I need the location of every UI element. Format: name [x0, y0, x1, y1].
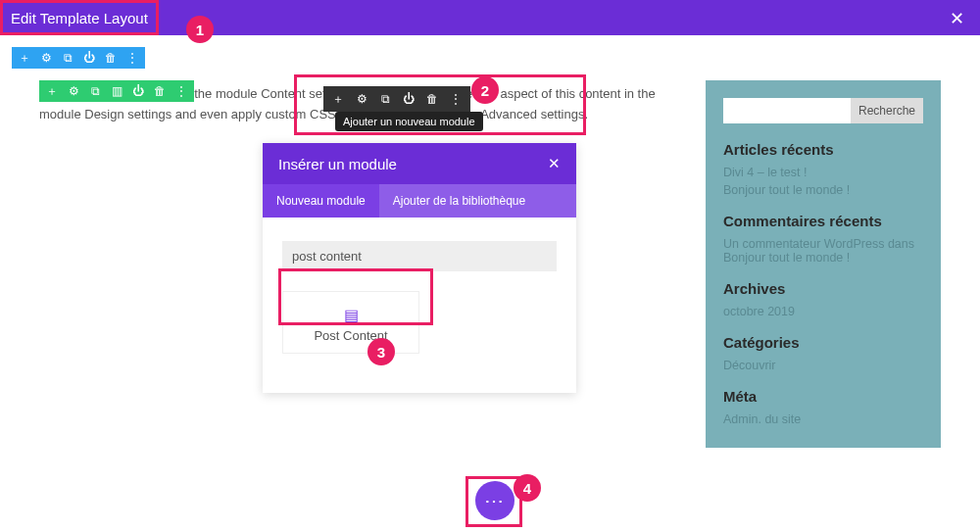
insert-module-modal: Insérer un module ✕ Nouveau module Ajout… — [263, 143, 576, 393]
modal-title: Insérer un module — [278, 156, 397, 172]
modal-header: Insérer un module ✕ — [263, 143, 576, 184]
callout-2: 2 — [471, 76, 499, 104]
columns-icon[interactable]: ▥ — [110, 84, 123, 98]
modal-tabs: Nouveau module Ajouter de la bibliothèqu… — [263, 184, 576, 218]
sidebar: Recherche Articles récents Divi 4 – le t… — [706, 80, 941, 448]
close-icon[interactable]: ✕ — [950, 8, 964, 29]
highlight-header: Edit Template Layout — [0, 0, 159, 35]
power-icon[interactable]: ⏻ — [131, 84, 145, 98]
row-toolbar[interactable]: ＋ ⚙ ⧉ ▥ ⏻ 🗑 ⋮ — [39, 80, 194, 102]
add-icon[interactable]: ＋ — [18, 51, 31, 65]
sidebar-link[interactable]: Admin. du site — [723, 412, 923, 426]
more-icon[interactable]: ⋮ — [125, 51, 139, 65]
meta-heading: Méta — [723, 388, 923, 405]
trash-icon[interactable]: 🗑 — [104, 51, 118, 65]
module-search-input[interactable] — [282, 241, 557, 271]
search-widget: Recherche — [723, 98, 923, 123]
more-icon[interactable]: ⋮ — [174, 84, 188, 98]
sidebar-link[interactable]: Divi 4 – le test ! — [723, 166, 923, 179]
main-column: ＋ ⚙ ⧉ ▥ ⏻ 🗑 ⋮ ＋ ⚙ ⧉ ⏻ 🗑 ⋮ Ajouter un nou… — [39, 80, 676, 448]
callout-3: 3 — [368, 338, 395, 365]
duplicate-icon[interactable]: ⧉ — [88, 84, 102, 98]
tab-new-module[interactable]: Nouveau module — [263, 184, 379, 218]
recent-articles-heading: Articles récents — [723, 141, 923, 158]
gear-icon[interactable]: ⚙ — [67, 84, 80, 98]
sidebar-link[interactable]: Découvrir — [723, 359, 923, 372]
trash-icon[interactable]: 🗑 — [153, 84, 167, 98]
more-icon[interactable]: ⋮ — [449, 92, 463, 106]
sidebar-link[interactable]: octobre 2019 — [723, 305, 923, 318]
highlight-post-content — [278, 268, 433, 325]
gear-icon[interactable]: ⚙ — [39, 51, 53, 65]
header-title: Edit Template Layout — [11, 10, 148, 26]
tab-library[interactable]: Ajouter de la bibliothèque — [379, 184, 539, 218]
archives-heading: Archives — [723, 280, 923, 297]
duplicate-icon[interactable]: ⧉ — [61, 51, 74, 65]
add-icon[interactable]: ＋ — [331, 92, 345, 106]
callout-4: 4 — [514, 474, 541, 502]
search-button[interactable]: Recherche — [851, 98, 923, 123]
tooltip-add-module: Ajouter un nouveau module — [335, 112, 483, 131]
search-input[interactable] — [723, 98, 851, 123]
section-toolbar[interactable]: ＋ ⚙ ⧉ ⏻ 🗑 ⋮ — [12, 47, 145, 69]
recent-comments-heading: Commentaires récents — [723, 213, 923, 229]
trash-icon[interactable]: 🗑 — [425, 92, 439, 106]
duplicate-icon[interactable]: ⧉ — [378, 92, 392, 106]
callout-1: 1 — [186, 16, 214, 43]
template-header: Edit Template Layout ✕ — [0, 0, 980, 35]
fab-more-button[interactable]: ⋯ — [475, 481, 514, 520]
add-icon[interactable]: ＋ — [45, 84, 59, 98]
module-item-label: Post Content — [283, 328, 418, 343]
categories-heading: Catégories — [723, 334, 923, 351]
sidebar-link[interactable]: Bonjour tout le monde ! — [723, 183, 923, 197]
sidebar-link[interactable]: Un commentateur WordPress dans Bonjour t… — [723, 237, 923, 265]
power-icon[interactable]: ⏻ — [402, 92, 416, 106]
gear-icon[interactable]: ⚙ — [355, 92, 368, 106]
power-icon[interactable]: ⏻ — [82, 51, 96, 65]
module-toolbar[interactable]: ＋ ⚙ ⧉ ⏻ 🗑 ⋮ — [323, 86, 470, 112]
close-icon[interactable]: ✕ — [548, 155, 561, 172]
